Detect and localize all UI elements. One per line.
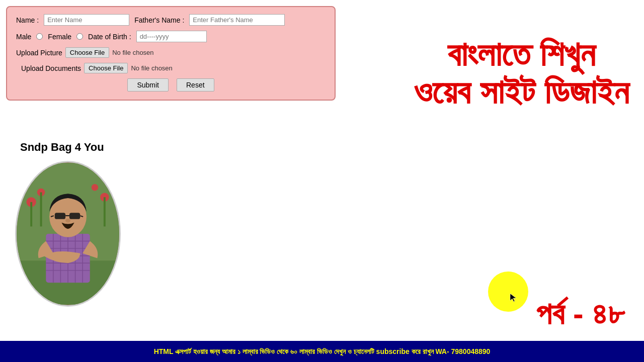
choose-file-docs-button[interactable]: Choose File [84,63,128,73]
submit-button[interactable]: Submit [127,78,169,92]
bengali-overlay: বাংলাতে শিখুন ওয়েব সাইট ডিজাইন [414,35,629,111]
gender-dob-row: Male Female Date of Birth : [16,31,326,42]
action-row: Submit Reset [16,78,326,92]
fathers-name-input[interactable] [189,14,285,26]
fathers-name-label: Father's Name : [134,16,184,24]
name-input[interactable] [44,14,129,26]
avatar-svg [17,161,119,307]
upload-docs-label: Upload Documents [21,64,81,72]
svg-rect-7 [104,197,106,226]
profile-name: Sndp Bag 4 You [20,141,121,154]
registration-form: Name : Father's Name : Male Female Date … [6,6,336,101]
svg-rect-22 [69,213,80,219]
yellow-highlight-circle [488,272,528,312]
choose-file-picture-button[interactable]: Choose File [65,47,109,58]
bengali-line1: বাংলাতে শিখুন [414,35,629,73]
svg-point-26 [65,219,70,223]
banner-text: HTML এক্সপার্ট হওয়ার জন্য আমার ১ লাম্বা… [154,347,491,356]
name-row: Name : Father's Name : [16,14,326,26]
upload-docs-row: Upload Documents Choose File No file cho… [16,63,326,73]
profile-avatar [15,161,121,307]
female-label: Female [48,33,71,41]
name-label: Name : [16,16,39,24]
episode-text: পর্ব - ৪৮ [536,296,624,332]
svg-rect-5 [30,202,32,227]
bengali-line2: ওয়েব সাইট ডিজাইন [414,73,629,111]
profile-section: Sndp Bag 4 You [15,141,121,307]
cursor-icon [509,293,519,303]
no-file-chosen-picture: No file chosen [112,49,153,56]
no-file-chosen-docs: No file chosen [131,64,172,72]
upload-picture-row: Upload Picture Choose File No file chose… [16,47,326,58]
upload-picture-label: Upload Picture [16,49,62,57]
dob-input[interactable] [136,31,207,42]
svg-rect-21 [55,213,65,219]
bottom-banner: HTML এক্সপার্ট হওয়ার জন্য আমার ১ লাম্বা… [0,341,644,362]
svg-point-4 [92,184,99,191]
svg-rect-6 [40,192,42,226]
male-label: Male [16,33,31,41]
dob-label: Date of Birth : [88,33,131,41]
female-radio[interactable] [76,33,83,40]
reset-button[interactable]: Reset [177,78,214,92]
male-radio[interactable] [36,33,43,40]
svg-marker-27 [510,294,516,302]
